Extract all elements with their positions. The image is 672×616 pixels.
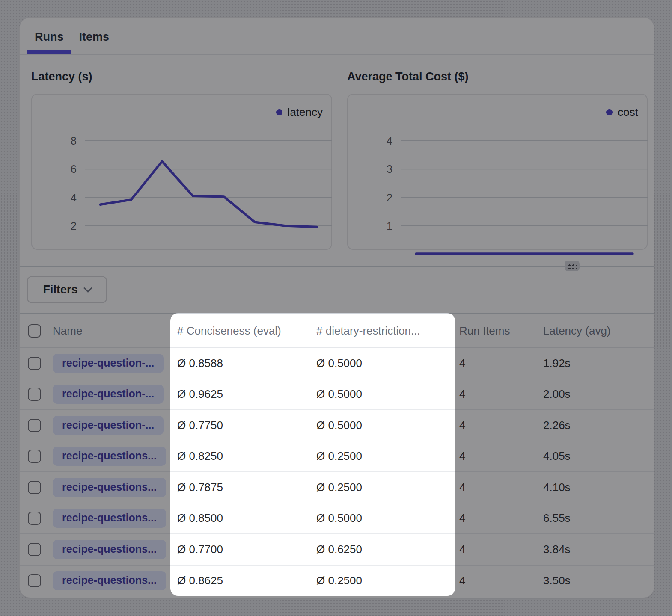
table-row[interactable]: recipe-question-... Ø 0.8588 Ø 0.5000 4 … xyxy=(20,348,654,379)
row-checkbox[interactable] xyxy=(28,481,41,494)
svg-text:8: 8 xyxy=(71,135,77,147)
tab-runs[interactable]: Runs xyxy=(35,30,64,54)
resize-drag-handle[interactable] xyxy=(565,261,580,271)
row-checkbox[interactable] xyxy=(28,388,41,401)
panel-divider xyxy=(20,266,654,267)
svg-text:4: 4 xyxy=(71,192,77,204)
chevron-down-icon xyxy=(83,284,92,293)
latency-avg-cell: 6.55s xyxy=(543,512,654,525)
row-checkbox[interactable] xyxy=(28,543,41,556)
dietary-restriction-score-cell: Ø 0.2500 xyxy=(316,574,459,587)
run-name-badge[interactable]: recipe-questions... xyxy=(53,509,166,528)
conciseness-score-cell: Ø 0.9625 xyxy=(177,388,316,401)
run-items-cell: 4 xyxy=(459,388,543,401)
runs-table: Name # Conciseness (eval) # dietary-rest… xyxy=(20,313,654,598)
conciseness-score-cell: Ø 0.8625 xyxy=(177,574,316,587)
page-background: { "tabs": { "runs": "Runs", "items": "It… xyxy=(0,0,672,616)
run-name-badge[interactable]: recipe-questions... xyxy=(53,478,166,497)
run-name-badge[interactable]: recipe-questions... xyxy=(53,571,166,590)
latency-chart-block: Latency (s) latency 8642 xyxy=(31,70,332,250)
latency-chart-title: Latency (s) xyxy=(31,70,332,94)
column-header-name: Name xyxy=(53,324,177,338)
latency-avg-cell: 3.84s xyxy=(543,543,654,556)
run-items-cell: 4 xyxy=(459,543,543,556)
latency-avg-cell: 2.00s xyxy=(543,388,654,401)
row-checkbox[interactable] xyxy=(28,357,41,370)
dietary-restriction-score-cell: Ø 0.5000 xyxy=(316,357,459,370)
run-name-badge[interactable]: recipe-question-... xyxy=(53,385,164,404)
conciseness-score-cell: Ø 0.8588 xyxy=(177,357,316,370)
run-items-cell: 4 xyxy=(459,450,543,463)
latency-avg-cell: 4.05s xyxy=(543,450,654,463)
table-row[interactable]: recipe-questions... Ø 0.7875 Ø 0.2500 4 … xyxy=(20,472,654,503)
svg-text:3: 3 xyxy=(387,163,392,175)
latency-chart: latency 8642 xyxy=(31,94,332,250)
tab-items[interactable]: Items xyxy=(79,30,110,54)
cost-chart-title: Average Total Cost ($) xyxy=(347,70,648,94)
column-header-run-items: Run Items xyxy=(459,324,543,338)
table-row[interactable]: recipe-questions... Ø 0.8625 Ø 0.2500 4 … xyxy=(20,566,654,597)
row-checkbox[interactable] xyxy=(28,450,41,463)
latency-line-plot: 8642 xyxy=(32,95,333,255)
conciseness-score-cell: Ø 0.7875 xyxy=(177,481,316,494)
cost-chart: cost 4321 xyxy=(347,94,648,250)
run-items-cell: 4 xyxy=(459,419,543,432)
dots-grid-icon xyxy=(567,263,577,269)
cost-chart-block: Average Total Cost ($) cost 4321 xyxy=(347,70,648,250)
row-checkbox[interactable] xyxy=(28,574,41,587)
filters-button-label: Filters xyxy=(43,283,77,296)
charts-section: Latency (s) latency 8642 Average Total C… xyxy=(20,55,654,250)
conciseness-score-cell: Ø 0.8250 xyxy=(177,450,316,463)
svg-text:1: 1 xyxy=(387,220,392,232)
dietary-restriction-score-cell: Ø 0.5000 xyxy=(316,512,459,525)
svg-text:4: 4 xyxy=(387,135,392,147)
run-items-cell: 4 xyxy=(459,481,543,494)
table-row[interactable]: recipe-questions... Ø 0.8250 Ø 0.2500 4 … xyxy=(20,441,654,473)
table-header-row: Name # Conciseness (eval) # dietary-rest… xyxy=(20,314,654,348)
table-row[interactable]: recipe-questions... Ø 0.7700 Ø 0.6250 4 … xyxy=(20,534,654,566)
svg-text:2: 2 xyxy=(71,220,77,232)
dietary-restriction-score-cell: Ø 0.6250 xyxy=(316,543,459,556)
column-header-latency-avg: Latency (avg) xyxy=(543,324,654,338)
latency-avg-cell: 4.10s xyxy=(543,481,654,494)
latency-avg-cell: 3.50s xyxy=(543,574,654,587)
run-name-badge[interactable]: recipe-question-... xyxy=(53,416,164,435)
svg-text:2: 2 xyxy=(387,192,392,204)
row-checkbox[interactable] xyxy=(28,419,41,432)
dietary-restriction-score-cell: Ø 0.2500 xyxy=(316,450,459,463)
runs-panel: Runs Items Latency (s) latency 8642 Aver… xyxy=(19,17,654,598)
table-row[interactable]: recipe-questions... Ø 0.8500 Ø 0.5000 4 … xyxy=(20,503,654,535)
conciseness-score-cell: Ø 0.8500 xyxy=(177,512,316,525)
latency-avg-cell: 1.92s xyxy=(543,357,654,370)
dietary-restriction-score-cell: Ø 0.2500 xyxy=(316,481,459,494)
run-items-cell: 4 xyxy=(459,574,543,587)
tab-bar: Runs Items xyxy=(20,18,654,55)
table-row[interactable]: recipe-question-... Ø 0.9625 Ø 0.5000 4 … xyxy=(20,379,654,411)
run-items-cell: 4 xyxy=(459,512,543,525)
table-row[interactable]: recipe-question-... Ø 0.7750 Ø 0.5000 4 … xyxy=(20,410,654,441)
svg-text:6: 6 xyxy=(71,163,77,175)
column-header-conciseness: # Conciseness (eval) xyxy=(177,324,316,338)
run-items-cell: 4 xyxy=(459,357,543,370)
dietary-restriction-score-cell: Ø 0.5000 xyxy=(316,388,459,401)
table-body: recipe-question-... Ø 0.8588 Ø 0.5000 4 … xyxy=(20,348,654,596)
conciseness-score-cell: Ø 0.7750 xyxy=(177,419,316,432)
run-name-badge[interactable]: recipe-questions... xyxy=(53,447,166,466)
column-header-dietary-restriction: # dietary-restriction... xyxy=(316,324,459,338)
latency-avg-cell: 2.26s xyxy=(543,419,654,432)
run-name-badge[interactable]: recipe-questions... xyxy=(53,540,166,559)
cost-line-plot: 4321 xyxy=(348,95,648,255)
dietary-restriction-score-cell: Ø 0.5000 xyxy=(316,419,459,432)
conciseness-score-cell: Ø 0.7700 xyxy=(177,543,316,556)
row-checkbox[interactable] xyxy=(28,512,41,525)
run-name-badge[interactable]: recipe-question-... xyxy=(53,354,164,373)
filters-button[interactable]: Filters xyxy=(27,276,107,303)
select-all-checkbox[interactable] xyxy=(28,324,41,338)
